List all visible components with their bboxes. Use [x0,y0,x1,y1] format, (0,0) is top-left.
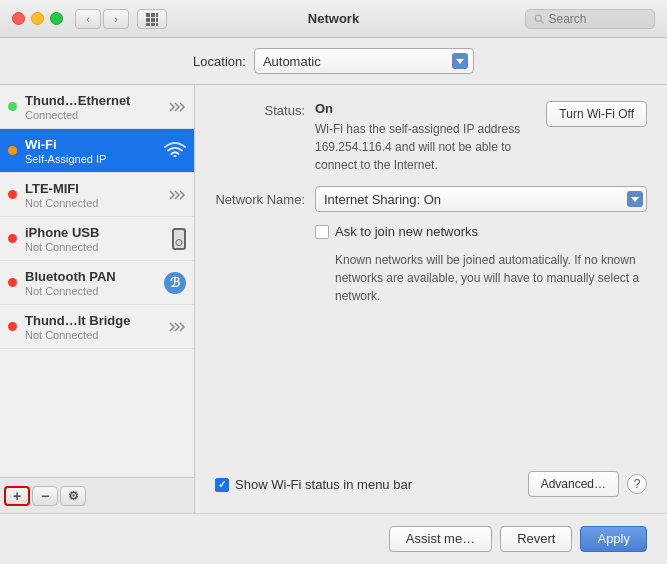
ask-to-join-label: Ask to join new networks [335,224,478,239]
turn-wifi-button[interactable]: Turn Wi-Fi Off [546,101,647,127]
item-status: Not Connected [25,329,160,341]
advanced-button[interactable]: Advanced… [528,471,619,497]
network-name-row: Network Name: Internet Sharing: On Other… [215,186,647,212]
svg-rect-2 [146,18,150,22]
ask-to-join-description: Known networks will be joined automatica… [335,251,647,305]
minimize-button[interactable] [31,12,44,25]
chevrons-icon [168,100,186,114]
sidebar-item-lte-mifi[interactable]: LTE-MIFI Not Connected [0,173,194,217]
item-name: LTE-MIFI [25,181,160,196]
help-button[interactable]: ? [627,474,647,494]
item-status: Not Connected [25,241,164,253]
footer: Assist me… Revert Apply [0,513,667,563]
svg-rect-3 [151,18,155,22]
search-input[interactable] [548,12,646,26]
svg-rect-6 [156,13,158,17]
location-select-wrapper[interactable]: Automatic Home Work [254,48,474,74]
sidebar-item-thunderbolt-bridge[interactable]: Thund…lt Bridge Not Connected [0,305,194,349]
sidebar-item-wifi[interactable]: Wi-Fi Self-Assigned IP [0,129,194,173]
status-dot-red [8,278,17,287]
location-bar: Location: Automatic Home Work [0,38,667,84]
svg-rect-7 [156,18,158,22]
status-description: Wi-Fi has the self-assigned IP address 1… [315,120,536,174]
network-name-select[interactable]: Internet Sharing: On Other Network... [315,186,647,212]
svg-rect-0 [146,13,150,17]
status-dot-red [8,234,17,243]
svg-rect-8 [156,23,158,26]
item-name: iPhone USB [25,225,164,240]
item-name: Thund…Ethernet [25,93,160,108]
item-status: Not Connected [25,197,160,209]
status-row: Status: On Wi-Fi has the self-assigned I… [215,101,647,174]
show-wifi-label: Show Wi-Fi status in menu bar [235,477,412,492]
close-button[interactable] [12,12,25,25]
location-label: Location: [193,54,246,69]
ask-to-join-checkbox-item[interactable]: Ask to join new networks [315,224,478,239]
remove-network-button[interactable]: − [32,486,58,506]
forward-button[interactable]: › [103,9,129,29]
nav-buttons: ‹ › [75,9,129,29]
back-button[interactable]: ‹ [75,9,101,29]
window-title: Network [308,11,359,26]
sidebar: Thund…Ethernet Connected Wi-Fi Self-Assi… [0,85,195,513]
add-network-button[interactable]: + [4,486,30,506]
status-dot-red [8,190,17,199]
traffic-lights [12,12,63,25]
search-icon [534,13,544,25]
svg-rect-1 [151,13,155,17]
location-select[interactable]: Automatic Home Work [254,48,474,74]
ask-to-join-checkbox[interactable] [315,225,329,239]
fullscreen-button[interactable] [50,12,63,25]
wifi-icon [164,141,186,160]
status-dot-green [8,102,17,111]
status-dot-red [8,322,17,331]
chevrons-icon [168,320,186,334]
item-status: Not Connected [25,285,156,297]
show-wifi-checkbox-item[interactable]: Show Wi-Fi status in menu bar [215,477,412,492]
main-content: Thund…Ethernet Connected Wi-Fi Self-Assi… [0,84,667,513]
status-content: On Wi-Fi has the self-assigned IP addres… [315,101,536,174]
network-name-select-wrapper[interactable]: Internet Sharing: On Other Network... [315,186,647,212]
network-settings-button[interactable]: ⚙ [60,486,86,506]
network-name-label: Network Name: [215,192,305,207]
status-dot-orange [8,146,17,155]
svg-point-9 [535,15,541,21]
bottom-controls: Show Wi-Fi status in menu bar Advanced… … [215,471,647,497]
right-panel: Status: On Wi-Fi has the self-assigned I… [195,85,667,513]
bluetooth-icon: ℬ [164,272,186,294]
item-name: Wi-Fi [25,137,156,152]
search-box[interactable] [525,9,655,29]
item-status: Connected [25,109,160,121]
sidebar-item-iphone-usb[interactable]: iPhone USB Not Connected [0,217,194,261]
status-value: On [315,101,536,116]
sidebar-list: Thund…Ethernet Connected Wi-Fi Self-Assi… [0,85,194,477]
titlebar: ‹ › Network [0,0,667,38]
item-status: Self-Assigned IP [25,153,156,165]
sidebar-item-bluetooth-pan[interactable]: Bluetooth PAN Not Connected ℬ [0,261,194,305]
svg-rect-5 [151,23,155,26]
phone-icon [172,228,186,250]
sidebar-item-thunderbolt-ethernet[interactable]: Thund…Ethernet Connected [0,85,194,129]
revert-button[interactable]: Revert [500,526,572,552]
apply-button[interactable]: Apply [580,526,647,552]
svg-rect-4 [146,23,150,26]
status-label: Status: [215,101,305,118]
sidebar-toolbar: + − ⚙ [0,477,194,513]
ask-to-join-row: Ask to join new networks [315,224,647,239]
assist-me-button[interactable]: Assist me… [389,526,492,552]
show-wifi-checkbox[interactable] [215,478,229,492]
grid-button[interactable] [137,9,167,29]
item-name: Thund…lt Bridge [25,313,160,328]
chevrons-icon [168,188,186,202]
svg-line-10 [541,20,544,23]
item-name: Bluetooth PAN [25,269,156,284]
svg-point-11 [174,155,177,157]
